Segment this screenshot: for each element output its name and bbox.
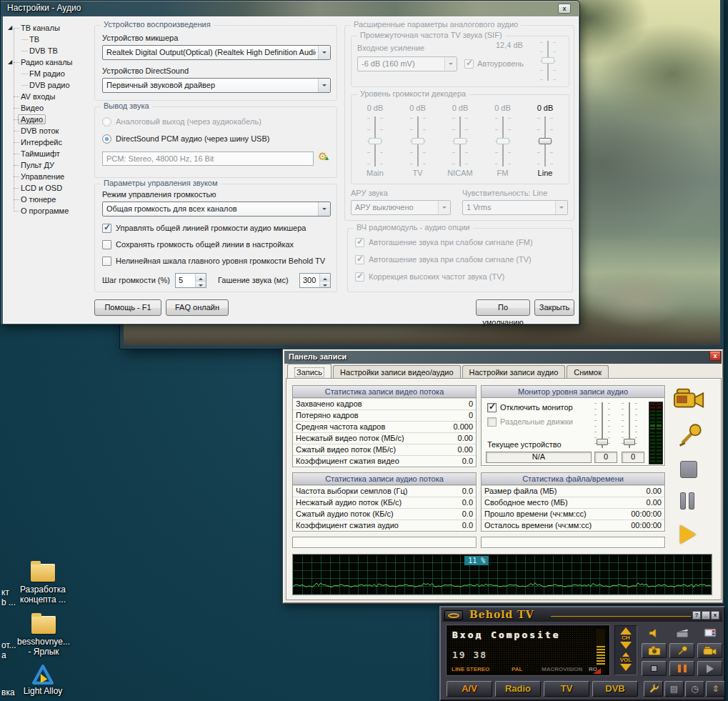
mode-tv-button[interactable]: TV: [544, 681, 589, 697]
sidebar-item-видео[interactable]: Видео: [6, 102, 93, 114]
stop-button[interactable]: [680, 461, 697, 478]
minimize-icon[interactable]: _: [702, 611, 710, 620]
settings-button[interactable]: [644, 681, 663, 697]
directsound-device-select[interactable]: Первичный звуковой драйвер: [102, 78, 331, 93]
rf-mute-fm-checkbox[interactable]: [355, 238, 364, 247]
sidebar-item-аудио[interactable]: Аудио: [6, 114, 93, 125]
analog-output-radio[interactable]: [102, 117, 111, 126]
sidebar-item-тв[interactable]: ТВ: [6, 34, 93, 45]
record-audio-button[interactable]: [677, 422, 703, 451]
recorder-panel-button[interactable]: ▤: [664, 681, 684, 697]
slider-thumb[interactable]: [412, 138, 424, 144]
video-source-button[interactable]: [669, 625, 694, 640]
close-icon[interactable]: x: [709, 351, 721, 361]
recorder-titlebar[interactable]: Панель записи: [284, 351, 722, 364]
mute-time-spinner[interactable]: 300: [299, 273, 331, 288]
slider-thumb[interactable]: [454, 138, 467, 144]
desktop-icon-folder[interactable]: Разработкаконцепта ...: [13, 564, 73, 605]
sidebar-item-тв-каналы[interactable]: ◢ТВ каналы: [6, 22, 93, 34]
scheduler-button[interactable]: ◷: [685, 681, 704, 697]
channel-down-button[interactable]: [620, 642, 632, 649]
sidebar-item-таймшифт[interactable]: Таймшифт: [6, 148, 93, 159]
help-button[interactable]: Помощь - F1: [94, 299, 161, 316]
save-volume-checkbox[interactable]: [102, 240, 111, 249]
disable-monitor-checkbox[interactable]: [487, 403, 497, 412]
sidebar-item-dvb-тв[interactable]: DVB ТВ: [6, 45, 93, 56]
sidebar-item-о-программе[interactable]: О программе: [6, 205, 93, 217]
sidebar-item-пульт-ду[interactable]: Пульт ДУ: [6, 159, 93, 171]
help-icon[interactable]: ?: [692, 611, 701, 620]
separate-sliders-checkbox[interactable]: [487, 417, 497, 427]
app-menu-button[interactable]: [444, 610, 463, 620]
mixer-master-checkbox[interactable]: [102, 224, 111, 233]
settings-titlebar[interactable]: Настройки - Аудио x: [1, 1, 579, 16]
spin-down-icon[interactable]: [320, 281, 330, 288]
sidebar-item-dvb-радио[interactable]: DVB радио: [6, 79, 93, 91]
expanded-node-icon[interactable]: ◢: [8, 56, 12, 68]
chevron-down-icon[interactable]: [318, 46, 330, 59]
sidebar-item-fm-радио[interactable]: FM радио: [6, 68, 93, 79]
play-button[interactable]: [697, 661, 722, 676]
video-record-button[interactable]: [697, 643, 722, 658]
spin-down-icon[interactable]: [196, 281, 206, 288]
slider-thumb[interactable]: [542, 57, 554, 64]
nonlinear-scale-checkbox[interactable]: [102, 257, 111, 266]
desktop-icon-folder-shortcut[interactable]: besshovnye...- Ярлык: [9, 616, 78, 657]
faq-online-button[interactable]: FAQ онлайн: [166, 299, 229, 316]
record-video-button[interactable]: [673, 387, 706, 414]
chevron-down-icon[interactable]: [318, 202, 330, 216]
slider-thumb[interactable]: [497, 138, 509, 144]
slider-thumb[interactable]: [597, 439, 608, 445]
tab-record[interactable]: Запись: [287, 364, 331, 378]
close-icon[interactable]: x: [558, 4, 571, 14]
tab-video-audio-settings[interactable]: Настройки записи видео/аудио: [333, 365, 460, 378]
display-mode-button[interactable]: [697, 625, 722, 640]
mode-av-button[interactable]: A/V: [447, 681, 492, 697]
snapshot-button[interactable]: [642, 643, 667, 658]
rf-mute-tv-checkbox[interactable]: [355, 255, 364, 264]
slider-track[interactable]: [367, 116, 383, 167]
sidebar-item-интерфейс[interactable]: Интерфейс: [6, 136, 93, 148]
sidebar-item-lcd-и-osd[interactable]: LCD и OSD: [6, 182, 93, 194]
slider-track[interactable]: [452, 116, 468, 167]
play-button[interactable]: [680, 525, 696, 544]
audio-record-button[interactable]: [669, 643, 694, 658]
sidebar-item-управление[interactable]: Управление: [6, 171, 93, 182]
mode-dvb-button[interactable]: DVB: [592, 681, 638, 697]
sif-level-slider[interactable]: [540, 40, 556, 81]
mute-button[interactable]: [642, 625, 667, 640]
spin-up-icon[interactable]: [320, 274, 330, 281]
rf-treble-checkbox[interactable]: [355, 272, 364, 282]
expanded-node-icon[interactable]: ◢: [8, 22, 12, 34]
defaults-button[interactable]: По умолчанию: [476, 299, 530, 316]
pause-button[interactable]: [680, 492, 697, 512]
input-gain-select[interactable]: -6 dB (160 mV): [357, 56, 457, 71]
volume-down-button[interactable]: [620, 664, 632, 671]
pcm-output-radio[interactable]: [102, 134, 111, 144]
record-level-slider-left[interactable]: [594, 402, 610, 450]
stop-button[interactable]: [642, 661, 667, 676]
tab-audio-settings[interactable]: Настройки записи аудио: [462, 365, 566, 378]
slider-thumb[interactable]: [539, 138, 552, 144]
volume-mode-select[interactable]: Общая громкость для всех каналов: [102, 202, 331, 217]
pcm-settings-icon[interactable]: ⚙▲: [318, 150, 327, 163]
agc-select[interactable]: АРУ выключено: [351, 200, 451, 215]
tab-snapshot[interactable]: Снимок: [567, 365, 609, 378]
sidebar-item-о-тюнере[interactable]: О тюнере: [6, 194, 93, 205]
slider-thumb[interactable]: [369, 138, 382, 144]
spin-up-icon[interactable]: [196, 274, 206, 281]
channel-up-button[interactable]: [620, 627, 632, 635]
mixer-device-select[interactable]: Realtek Digital Output(Optical) (Realtek…: [102, 45, 331, 60]
channel-updown-button[interactable]: ⇕: [706, 681, 725, 697]
slider-thumb[interactable]: [624, 439, 635, 445]
autolevel-checkbox[interactable]: [464, 59, 474, 69]
sensitivity-select[interactable]: 1 Vrms: [462, 200, 568, 215]
slider-track[interactable]: [410, 116, 426, 167]
close-button[interactable]: Закрыть: [534, 299, 574, 316]
skin-titlebar[interactable]: Behold TV ? _ x: [442, 609, 722, 622]
volume-step-spinner[interactable]: 5: [175, 273, 206, 288]
desktop-icon-light-alloy[interactable]: Light Alloy: [13, 665, 73, 696]
pause-button[interactable]: [669, 661, 694, 676]
chevron-down-icon[interactable]: [318, 79, 330, 92]
record-level-slider-right[interactable]: [622, 402, 637, 450]
